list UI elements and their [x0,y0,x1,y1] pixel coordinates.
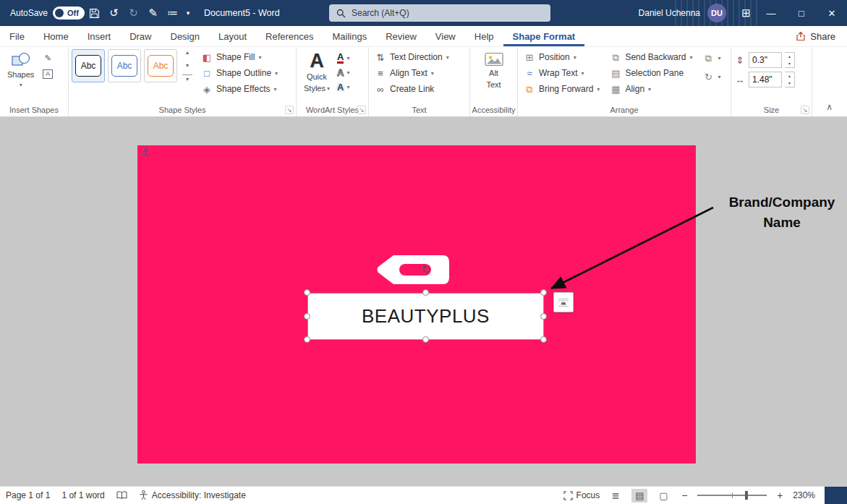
edit-shape-button[interactable]: ✎ [41,52,54,64]
gallery-down-button[interactable]: ▾ [182,62,192,69]
read-mode-button[interactable]: ≣ [608,489,623,503]
tab-design[interactable]: Design [161,26,209,46]
redo-button[interactable]: ↻ [124,3,143,23]
zoom-slider-thumb[interactable] [745,491,748,500]
list-button[interactable]: ≔ [163,3,182,23]
search-input[interactable] [352,8,543,18]
shape-style-preset-1[interactable]: Abc [72,49,105,82]
quick-styles-button[interactable]: A Quick Styles▾ [299,49,334,94]
text-effects-button[interactable]: A ▾ [336,80,349,94]
shape-effects-button[interactable]: ◈ Shape Effects ▾ [198,81,281,97]
tab-help[interactable]: Help [465,26,503,46]
ribbon-display-options-icon: ⊞ [741,7,751,20]
tag-shape[interactable] [376,255,450,285]
tab-insert[interactable]: Insert [78,26,121,46]
send-backward-button[interactable]: ⧉ Send Backward ▾ [607,49,695,65]
zoom-out-button[interactable]: − [679,490,689,501]
shape-style-preset-2[interactable]: Abc [108,49,141,82]
list-icon: ≔ [167,7,178,20]
tab-mailings[interactable]: Mailings [323,26,377,46]
selection-pane-button[interactable]: ▤ Selection Pane [607,65,695,81]
wordart-dialog-launcher[interactable]: ↘ [357,106,366,114]
selection-handle-bottom-left[interactable] [304,336,310,343]
create-link-button[interactable]: ∞ Create Link [372,81,452,97]
maximize-button[interactable]: □ [786,0,817,26]
gallery-up-button[interactable]: ▴ [182,49,192,56]
selected-text-box[interactable]: BEAUTYPLUS [307,293,544,340]
tab-shape-format[interactable]: Shape Format [503,26,585,46]
selection-handle-bottom-right[interactable] [540,336,547,343]
gallery-more-button[interactable]: ▾ [182,74,192,82]
size-dialog-launcher[interactable]: ↘ [801,106,809,114]
ribbon-display-options-button[interactable]: ⊞ [736,3,756,23]
web-layout-button[interactable]: ▢ [655,489,671,503]
height-spinner-up[interactable]: ▴ [785,53,794,60]
text-direction-button[interactable]: ⇅ Text Direction ▾ [372,49,452,65]
quick-access-toolbar-menu[interactable]: ▾ [182,3,194,23]
text-fill-button[interactable]: A ▾ [336,51,349,65]
ink-button[interactable]: ✎ [143,3,163,23]
selection-handle-top-right[interactable] [540,289,547,296]
selection-handle-middle-left[interactable] [304,313,310,320]
autosave-state: Off [67,9,79,17]
share-button[interactable]: Share [784,26,847,46]
tab-view[interactable]: View [426,26,465,46]
shape-fill-button[interactable]: ◧ Shape Fill ▾ [198,49,281,65]
shapes-button[interactable]: Shapes ▾ [3,49,38,88]
bring-forward-button[interactable]: ⧉ Bring Forward ▾ [521,81,603,97]
tab-home[interactable]: Home [34,26,78,46]
close-button[interactable]: ✕ [817,0,847,26]
tab-layout[interactable]: Layout [209,26,256,46]
titlebar-right: Daniel Uchenna DU ⊞ — □ ✕ [639,0,847,26]
selection-handle-bottom-middle[interactable] [422,336,429,343]
group-objects-button[interactable]: ⧉ ▾ [699,51,723,64]
focus-mode-button[interactable]: Focus [563,490,600,500]
layout-options-button[interactable] [553,292,574,312]
shape-outline-button[interactable]: □ Shape Outline ▾ [198,65,281,81]
search-box[interactable] [329,4,550,22]
minimize-button[interactable]: — [756,0,786,26]
zoom-level[interactable]: 230% [793,490,815,500]
title-bar: AutoSave Off ↺ ↻ ✎ ≔ ▾ Document5 - Word … [0,0,847,26]
accessibility-status[interactable]: Accessibility: Investigate [139,490,246,500]
selection-handle-top-middle[interactable] [422,289,429,296]
rotation-handle[interactable]: ↻ [419,262,433,276]
tab-references[interactable]: References [256,26,323,46]
selection-handle-middle-right[interactable] [540,313,547,320]
zoom-in-button[interactable]: + [775,490,785,501]
proofing-status[interactable] [116,491,127,500]
wrap-text-button[interactable]: ≈ Wrap Text ▾ [521,65,603,81]
shape-height-input[interactable] [749,52,782,68]
alt-text-button[interactable]: Alt Text [480,49,508,90]
shape-effects-label: Shape Effects [216,84,271,94]
chevron-down-icon: ▾ [20,82,22,88]
height-spinner-down[interactable]: ▾ [785,60,794,67]
print-layout-button[interactable]: ▤ [631,489,647,503]
width-spinner-up[interactable]: ▴ [785,72,794,80]
save-button[interactable] [85,3,104,23]
tab-review[interactable]: Review [376,26,426,46]
shape-style-preset-3[interactable]: Abc [144,49,177,82]
tab-draw[interactable]: Draw [120,26,161,46]
align-button[interactable]: ▦ Align ▾ [607,81,695,97]
align-text-button[interactable]: ≡ Align Text ▾ [372,65,452,81]
rotate-objects-button[interactable]: ↻ ▾ [699,70,723,83]
position-button[interactable]: ⊞ Position ▾ [521,49,603,65]
avatar[interactable]: DU [707,4,726,22]
selection-handle-top-left[interactable] [304,289,310,296]
document-canvas[interactable]: ⚓ ↻ BEAUTYPLUS Brand/Company Name [0,117,847,486]
text-outline-button[interactable]: A ▾ [336,65,349,80]
word-count-status[interactable]: 1 of 1 word [61,490,104,500]
save-icon [89,8,100,19]
zoom-slider[interactable] [697,495,767,496]
tab-file[interactable]: File [0,26,34,46]
undo-button[interactable]: ↺ [104,3,124,23]
collapse-ribbon-button[interactable]: ∧ [826,102,833,112]
shape-styles-dialog-launcher[interactable]: ↘ [285,106,294,114]
chevron-down-icon: ▾ [186,62,189,69]
draw-text-box-button[interactable]: A [41,68,54,80]
page-number-status[interactable]: Page 1 of 1 [6,490,50,500]
width-spinner-down[interactable]: ▾ [785,80,794,87]
shape-width-input[interactable] [749,72,782,87]
autosave-toggle[interactable]: Off [53,7,85,20]
